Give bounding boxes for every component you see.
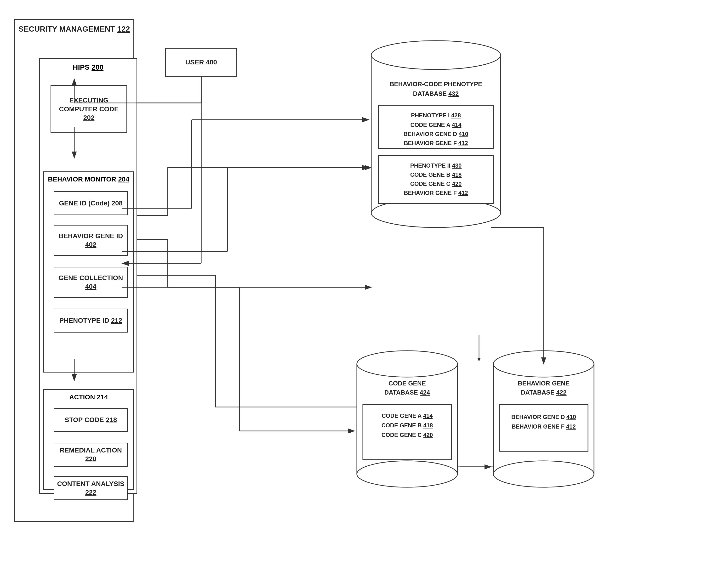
action-box: ACTION 214 STOP CODE 218 REMEDIAL ACTION…: [43, 389, 134, 490]
security-mgmt-id: 122: [117, 25, 130, 33]
svg-text:BEHAVIOR GENE D 410: BEHAVIOR GENE D 410: [511, 414, 576, 420]
bm-id: 204: [118, 175, 129, 183]
svg-point-37: [493, 461, 594, 487]
svg-text:BEHAVIOR GENE F 412: BEHAVIOR GENE F 412: [404, 140, 468, 146]
diagram: SECURITY MANAGEMENT 122 HIPS 200 EXECUTI…: [0, 0, 713, 588]
hips-text: HIPS: [73, 63, 89, 71]
action-label: ACTION 214: [44, 393, 133, 401]
stop-code-box: STOP CODE 218: [54, 408, 128, 432]
svg-text:CODE GENE: CODE GENE: [388, 380, 426, 387]
svg-point-12: [371, 41, 501, 69]
security-mgmt-label: SECURITY MANAGEMENT 122: [15, 25, 134, 34]
stop-code-label: STOP CODE 218: [65, 416, 117, 424]
svg-text:DATABASE 424: DATABASE 424: [384, 389, 430, 396]
user-id: 400: [206, 58, 217, 66]
bgi-id: 402: [85, 241, 97, 248]
svg-text:BEHAVIOR GENE F 412: BEHAVIOR GENE F 412: [512, 423, 576, 430]
action-text: ACTION: [69, 393, 95, 401]
svg-text:CODE GENE A 414: CODE GENE A 414: [410, 122, 462, 128]
svg-text:CODE GENE C 420: CODE GENE C 420: [410, 181, 462, 187]
svg-text:CODE GENE C 420: CODE GENE C 420: [382, 432, 433, 438]
sc-id: 218: [106, 416, 117, 423]
content-analysis-box: CONTENT ANALYSIS 222: [54, 476, 128, 500]
behavior-monitor-box: BEHAVIOR MONITOR 204 GENE ID (Code) 208 …: [43, 171, 134, 373]
gene-id-num: 208: [111, 200, 123, 207]
gene-collection-label: GENE COLLECTION 404: [58, 274, 123, 291]
sc-text: STOP CODE: [65, 416, 104, 423]
behavior-monitor-label: BEHAVIOR MONITOR 204: [44, 175, 133, 183]
pid-id: 212: [111, 317, 122, 324]
exec-code-box: EXECUTING COMPUTER CODE 202: [50, 85, 127, 133]
remedial-action-box: REMEDIAL ACTION 220: [54, 443, 128, 467]
action-id: 214: [97, 393, 108, 401]
gene-id-box: GENE ID (Code) 208: [54, 191, 128, 215]
ra-text: REMEDIAL ACTION: [60, 446, 122, 454]
exec-code-id: 202: [83, 114, 95, 121]
remedial-action-label: REMEDIAL ACTION 220: [54, 446, 127, 463]
svg-text:BEHAVIOR GENE F 412: BEHAVIOR GENE F 412: [404, 190, 468, 196]
hips-box: HIPS 200 EXECUTING COMPUTER CODE 202 BEH…: [39, 58, 137, 494]
bm-text: BEHAVIOR MONITOR: [48, 175, 116, 183]
user-label: USER 400: [185, 58, 217, 67]
svg-text:DATABASE 422: DATABASE 422: [521, 389, 566, 396]
bgi-text: BEHAVIOR GENE ID: [59, 232, 123, 240]
ca-text: CONTENT ANALYSIS: [57, 480, 124, 487]
svg-text:CODE GENE A 414: CODE GENE A 414: [382, 413, 433, 419]
exec-code-label: EXECUTING COMPUTER CODE 202: [51, 96, 126, 122]
gene-id-text: GENE ID (Code): [59, 200, 110, 207]
behavior-gene-id-label: BEHAVIOR GENE ID 402: [59, 232, 123, 249]
gene-collection-box: GENE COLLECTION 404: [54, 267, 128, 298]
ca-id: 222: [85, 489, 97, 496]
exec-code-text: EXECUTING COMPUTER CODE: [59, 97, 119, 112]
security-mgmt-text: SECURITY MANAGEMENT: [18, 25, 115, 33]
code-gene-db-cylinder: CODE GENE DATABASE 424 CODE GENE A 414 C…: [354, 347, 460, 539]
behavior-gene-id-box: BEHAVIOR GENE ID 402: [54, 225, 128, 256]
svg-text:BEHAVIOR GENE D 410: BEHAVIOR GENE D 410: [404, 131, 468, 137]
svg-point-27: [357, 351, 457, 377]
behavior-code-phenotype-db-cylinder: BEHAVIOR-CODE PHENOTYPE DATABASE 432 PHE…: [369, 38, 503, 350]
gc-text: GENE COLLECTION: [58, 274, 123, 281]
svg-text:BEHAVIOR-CODE PHENOTYPE: BEHAVIOR-CODE PHENOTYPE: [390, 80, 482, 88]
svg-text:CODE GENE B 418: CODE GENE B 418: [410, 171, 462, 178]
hips-id: 200: [91, 63, 103, 71]
phenotype-id-box: PHENOTYPE ID 212: [54, 309, 128, 333]
phenotype-id-label: PHENOTYPE ID 212: [59, 316, 122, 325]
svg-text:DATABASE 432: DATABASE 432: [413, 90, 459, 97]
svg-text:PHENOTYPE II 430: PHENOTYPE II 430: [410, 162, 462, 169]
content-analysis-label: CONTENT ANALYSIS 222: [54, 480, 127, 497]
svg-text:BEHAVIOR GENE: BEHAVIOR GENE: [518, 380, 570, 387]
pid-text: PHENOTYPE ID: [59, 317, 109, 324]
gc-id: 404: [85, 283, 97, 290]
user-box: USER 400: [165, 48, 237, 77]
svg-point-36: [493, 351, 594, 377]
behavior-gene-db-cylinder: BEHAVIOR GENE DATABASE 422 BEHAVIOR GENE…: [491, 347, 596, 539]
svg-marker-7: [477, 358, 481, 361]
svg-text:PHENOTYPE I 428: PHENOTYPE I 428: [411, 112, 461, 119]
security-management-box: SECURITY MANAGEMENT 122 HIPS 200 EXECUTI…: [14, 19, 134, 522]
user-text: USER: [185, 58, 204, 66]
svg-text:CODE GENE B 418: CODE GENE B 418: [382, 422, 433, 428]
ra-id: 220: [85, 455, 97, 463]
hips-label: HIPS 200: [40, 63, 137, 71]
svg-point-28: [357, 461, 457, 487]
gene-id-label: GENE ID (Code) 208: [59, 199, 123, 208]
